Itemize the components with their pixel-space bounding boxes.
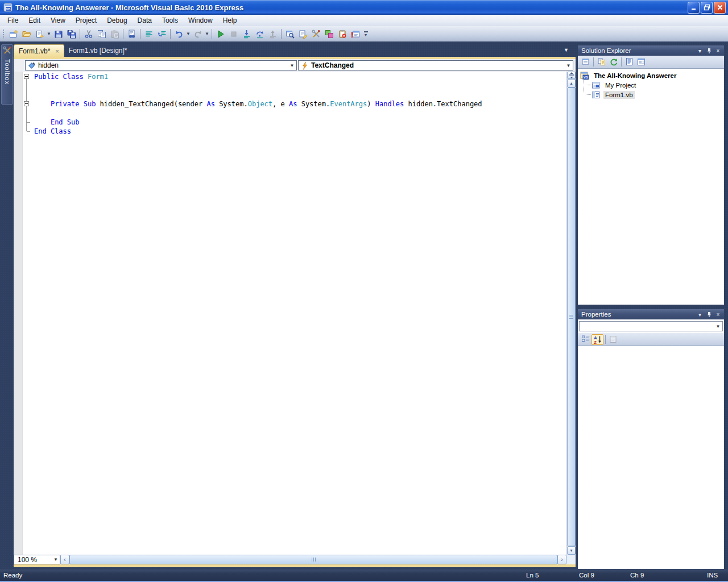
split-editor-handle[interactable] (567, 72, 576, 79)
comment-lines-button[interactable] (142, 28, 155, 40)
pin-icon[interactable] (705, 47, 713, 55)
combo-dropdown-icon[interactable]: ▼ (714, 324, 722, 329)
toolbar-overflow-button[interactable]: ▼ (362, 28, 370, 40)
code-line (34, 109, 566, 118)
horizontal-scroll-row: 100 % ▼ ‹ › (14, 555, 576, 564)
new-project-button[interactable] (7, 28, 20, 40)
cut-button[interactable] (82, 28, 95, 40)
editor-zoom-value: 100 % (14, 556, 52, 564)
tab-close-button[interactable]: × (55, 48, 59, 54)
save-button[interactable] (52, 28, 65, 40)
document-well: Form1.vb*×Form1.vb [Design]*▼ hidden ▼ T… (14, 44, 576, 567)
object-combobox[interactable]: hidden ▼ (25, 60, 297, 70)
toolbar-grip[interactable] (2, 29, 5, 39)
window-position-icon[interactable]: ▾ (696, 310, 704, 318)
menu-tools[interactable]: Tools (157, 15, 183, 26)
menu-edit[interactable]: Edit (23, 15, 46, 26)
restore-button[interactable] (701, 2, 713, 14)
event-combobox[interactable]: TextChanged ▼ (298, 60, 573, 70)
tree-item-my-project[interactable]: My Project (578, 80, 724, 90)
collapse-region-button[interactable] (24, 74, 29, 79)
toolbar-separator (140, 29, 140, 39)
close-button[interactable] (714, 2, 726, 14)
combo-dropdown-icon[interactable]: ▼ (564, 63, 573, 68)
combo-dropdown-icon[interactable]: ▼ (52, 557, 60, 562)
tree-item-solution-root[interactable]: VB The All-Knowing Answerer (578, 70, 724, 80)
menu-file[interactable]: File (2, 15, 23, 26)
properties-window-button[interactable] (296, 28, 309, 40)
properties-button[interactable] (580, 57, 592, 68)
scroll-right-button[interactable]: › (557, 555, 566, 564)
vertical-scrollbar[interactable]: ▴ ▾ (566, 72, 576, 555)
minimize-button[interactable] (688, 2, 700, 14)
menu-help[interactable]: Help (218, 15, 242, 26)
solution-explorer-body[interactable]: VB The All-Knowing Answerer My Project F… (578, 69, 724, 305)
menu-project[interactable]: Project (71, 15, 102, 26)
document-tab[interactable]: Form1.vb [Design]* (64, 44, 132, 57)
solution-explorer-button[interactable] (283, 28, 296, 40)
start-debugging-button[interactable] (214, 28, 227, 40)
step-into-button[interactable] (240, 28, 253, 40)
dropdown-caret-icon[interactable]: ▼ (185, 31, 191, 36)
collapse-region-button[interactable] (24, 101, 29, 106)
close-panel-icon[interactable]: × (714, 310, 722, 318)
horizontal-scroll-thumb[interactable] (69, 555, 557, 564)
solution-explorer-panel: Solution Explorer ▾ × VB The All-Knowing… (578, 45, 724, 305)
properties-header[interactable]: Properties ▾ × (578, 309, 724, 319)
document-list-dropdown-icon[interactable]: ▼ (564, 47, 569, 53)
dropdown-caret-icon[interactable]: ▼ (204, 31, 210, 36)
show-all-files-button[interactable] (595, 57, 607, 68)
paste-icon (110, 30, 119, 39)
alphabetical-button[interactable]: AZ (592, 334, 603, 345)
new-project-icon (9, 30, 18, 39)
scroll-left-button[interactable]: ‹ (60, 555, 69, 564)
properties-object-combobox[interactable]: ▼ (579, 321, 723, 331)
properties-toolbar: AZ (578, 333, 724, 346)
close-panel-icon[interactable]: × (714, 47, 722, 55)
find-in-files-button[interactable] (125, 28, 138, 40)
open-file-button[interactable] (20, 28, 33, 40)
vertical-scroll-track[interactable] (567, 88, 576, 546)
close-icon (717, 4, 723, 11)
scroll-down-button[interactable]: ▾ (567, 546, 576, 555)
error-list-button[interactable] (336, 28, 349, 40)
tree-item-form1[interactable]: Form1.vb (578, 90, 724, 99)
toolbox-button[interactable] (309, 28, 322, 40)
svg-text:Z: Z (594, 340, 597, 344)
show-all-files-icon (597, 57, 606, 66)
editor-zoom-combobox[interactable]: 100 % ▼ (14, 555, 60, 564)
document-tab[interactable]: Form1.vb*× (14, 44, 64, 57)
object-browser-button[interactable] (322, 28, 336, 40)
dropdown-caret-icon[interactable]: ▼ (46, 31, 52, 36)
navigate-backward-button[interactable] (155, 28, 168, 40)
undo-button[interactable] (172, 28, 185, 40)
vertical-scroll-thumb[interactable] (567, 88, 576, 546)
menu-window[interactable]: Window (183, 15, 218, 26)
copy-button[interactable] (95, 28, 108, 40)
menu-data[interactable]: Data (133, 15, 157, 26)
window-position-icon[interactable]: ▾ (696, 47, 704, 55)
step-over-button[interactable] (253, 28, 266, 40)
horizontal-scroll-track[interactable] (69, 555, 557, 564)
indicator-margin[interactable] (14, 72, 23, 555)
add-new-item-button[interactable] (33, 28, 46, 40)
combo-dropdown-icon[interactable]: ▼ (288, 63, 296, 68)
refresh-button[interactable] (607, 57, 619, 68)
toolbox-autohide-tab[interactable]: Toolbox (1, 44, 13, 105)
categorized-button[interactable] (580, 334, 592, 345)
scroll-up-button[interactable]: ▴ (567, 79, 576, 88)
menu-debug[interactable]: Debug (102, 15, 132, 26)
menu-view[interactable]: View (46, 15, 71, 26)
pin-icon[interactable] (705, 310, 713, 318)
svg-text:VB: VB (6, 7, 11, 11)
save-all-button[interactable] (65, 28, 78, 40)
step-into-icon (242, 30, 251, 39)
properties-grid[interactable] (578, 346, 724, 569)
view-code-button[interactable] (623, 57, 635, 68)
properties-icon (581, 57, 590, 66)
immediate-window-button[interactable] (349, 28, 362, 40)
solution-tree: VB The All-Knowing Answerer My Project F… (578, 69, 724, 99)
view-designer-button[interactable] (635, 57, 647, 68)
code-surface[interactable]: Public Class Form1 Private Sub hidden_Te… (23, 72, 566, 555)
solution-explorer-header[interactable]: Solution Explorer ▾ × (578, 45, 724, 56)
